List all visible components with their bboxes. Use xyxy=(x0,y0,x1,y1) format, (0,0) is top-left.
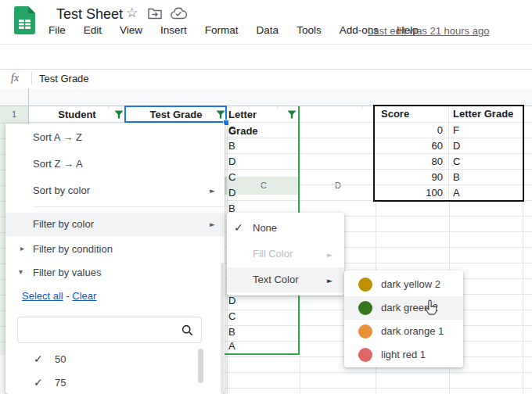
text-color-options-panel: dark yellow 2 dark green 2 dark orange 1… xyxy=(344,270,463,367)
menu-format[interactable]: Format xyxy=(205,24,239,36)
color-option-dark-orange-1[interactable]: dark orange 1 xyxy=(344,320,463,343)
menu-view[interactable]: View xyxy=(120,24,142,36)
submenu-arrow-icon: ► xyxy=(210,220,215,228)
filter-value-label: 75 xyxy=(55,372,66,394)
cell-c13[interactable]: B xyxy=(228,324,275,340)
check-icon: ✓ xyxy=(34,353,43,365)
table-row: 90 B xyxy=(375,169,523,184)
cell-f1[interactable]: Letter Grade xyxy=(449,106,523,122)
filter-value-label: 50 xyxy=(55,349,66,371)
cell-c2[interactable]: C xyxy=(228,123,275,138)
cell-f3[interactable]: D xyxy=(449,138,523,153)
submenu-text-color[interactable]: Text Color ► xyxy=(227,267,344,292)
menu-scrollbar[interactable] xyxy=(221,263,224,394)
toolbar: 100% ▾ $ % .0 ← .00 → 123 ▾ ▾ 10 ▾ B I S… xyxy=(0,44,532,70)
menu-file[interactable]: File xyxy=(49,24,66,36)
menu-divider xyxy=(33,206,225,207)
cell-c1[interactable]: Letter Grade xyxy=(228,106,287,123)
google-sheets-window: Test Sheet ☆ File Edit View Insert Forma… xyxy=(0,0,532,394)
search-input[interactable] xyxy=(17,317,202,343)
menu-edit[interactable]: Edit xyxy=(84,24,102,36)
submenu-arrow-icon: ► xyxy=(210,187,215,195)
expanded-arrow-icon[interactable]: ▾ xyxy=(19,267,23,276)
menu-filter-by-color-label: Filter by color xyxy=(33,213,94,236)
color-option-dark-green-2[interactable]: dark green 2 xyxy=(344,296,463,320)
filter-icon[interactable] xyxy=(114,110,124,119)
color-option-light-red-1[interactable]: light red 1 xyxy=(344,343,463,367)
menu-insert[interactable]: Insert xyxy=(160,24,187,36)
check-icon: ✓ xyxy=(234,221,243,234)
formula-bar-divider xyxy=(31,72,32,84)
formula-bar: fx Test Grade xyxy=(0,69,532,89)
cell-c6[interactable]: D xyxy=(228,185,275,201)
menu-filter-by-condition[interactable]: Filter by condition xyxy=(33,239,113,260)
move-folder-icon[interactable] xyxy=(148,8,162,20)
cell-f2[interactable]: F xyxy=(449,123,523,138)
cell-c5[interactable]: C xyxy=(228,170,275,185)
column-header-strip: A B C D E F xyxy=(0,88,532,106)
menu-sort-by-color[interactable]: Sort by color xyxy=(33,180,90,202)
clear-link[interactable]: Clear xyxy=(72,290,96,302)
cell-e4[interactable]: 80 xyxy=(375,154,449,169)
cell-f6[interactable]: A xyxy=(449,185,523,200)
titlebar: Test Sheet ☆ File Edit View Insert Forma… xyxy=(0,0,532,44)
row-header-1[interactable]: 1 xyxy=(0,106,28,123)
cell-c12[interactable]: C xyxy=(228,309,275,324)
color-swatch xyxy=(358,324,372,338)
cell-c4[interactable]: D xyxy=(228,154,275,170)
menu-sort-a-z[interactable]: Sort A → Z xyxy=(33,127,82,149)
fx-icon: fx xyxy=(11,72,19,84)
color-option-label: light red 1 xyxy=(381,343,426,367)
color-option-dark-yellow-2[interactable]: dark yellow 2 xyxy=(344,273,463,296)
cell-c3[interactable]: B xyxy=(228,138,275,154)
submenu-none-label: None xyxy=(253,216,277,241)
cloud-status-icon[interactable] xyxy=(171,7,187,20)
cell-e3[interactable]: 60 xyxy=(375,138,449,153)
submenu-fill-color[interactable]: Fill Color ► xyxy=(227,242,344,267)
color-swatch xyxy=(358,301,372,315)
check-icon: ✓ xyxy=(34,376,43,389)
filter-icon[interactable] xyxy=(287,110,297,119)
submenu-arrow-icon: ► xyxy=(327,251,332,259)
formula-input[interactable]: Test Grade xyxy=(39,73,89,84)
submenu-fill-color-label: Fill Color xyxy=(253,242,293,267)
select-all-link[interactable]: Select all xyxy=(22,290,63,302)
collapsed-arrow-icon[interactable]: ▸ xyxy=(20,244,24,253)
cell-e1[interactable]: Score xyxy=(375,106,449,122)
color-option-label: dark yellow 2 xyxy=(381,273,440,296)
cell-c11[interactable]: D xyxy=(228,293,275,309)
table-row: 60 D xyxy=(375,138,523,153)
table-row: 80 C xyxy=(375,153,523,169)
menu-tools[interactable]: Tools xyxy=(297,24,322,36)
selection-border xyxy=(124,106,227,123)
menu-data[interactable]: Data xyxy=(257,24,279,36)
cell-a1[interactable]: Student xyxy=(29,106,125,123)
submenu-none[interactable]: ✓ None xyxy=(227,216,344,241)
menubar: File Edit View Insert Format Data Tools … xyxy=(49,24,419,36)
color-option-label: dark orange 1 xyxy=(381,320,444,343)
filter-value-item[interactable]: ✓ 50 xyxy=(5,349,225,371)
menu-filter-by-color[interactable]: Filter by color ► xyxy=(5,213,225,236)
star-icon[interactable]: ☆ xyxy=(126,5,138,20)
document-title[interactable]: Test Sheet xyxy=(56,6,123,23)
cell-f5[interactable]: B xyxy=(449,170,523,184)
last-edit-link[interactable]: Last edit was 21 hours ago xyxy=(368,25,489,37)
table-row: 100 A xyxy=(375,184,523,200)
cell-c14[interactable]: A xyxy=(228,338,275,354)
link-separator: - xyxy=(66,290,69,302)
values-list-scrollbar[interactable] xyxy=(198,349,203,383)
cell-e2[interactable]: 0 xyxy=(375,123,449,138)
menu-filter-by-values[interactable]: Filter by values xyxy=(33,263,101,283)
search-icon xyxy=(182,324,193,336)
hand-cursor-icon xyxy=(422,299,441,319)
select-all-corner[interactable] xyxy=(0,88,29,106)
cell-e6[interactable]: 100 xyxy=(375,185,449,200)
filter-value-item[interactable]: ✓ 75 xyxy=(5,372,225,394)
cell-e5[interactable]: 90 xyxy=(375,170,449,184)
color-swatch xyxy=(358,348,372,362)
menu-sort-z-a[interactable]: Sort Z → A xyxy=(33,153,83,175)
sheets-logo-icon xyxy=(14,6,35,34)
color-swatch xyxy=(358,278,372,292)
table-row: 0 F xyxy=(375,122,523,138)
cell-f4[interactable]: C xyxy=(449,154,523,169)
